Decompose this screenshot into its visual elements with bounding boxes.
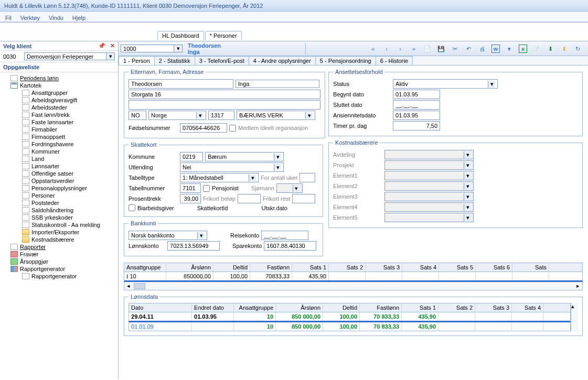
tree-item[interactable]: Firmaoppsett [3, 133, 115, 140]
kommune-code-input[interactable] [180, 152, 203, 161]
print-icon[interactable]: 🖨 [478, 45, 486, 53]
begynt-input[interactable] [393, 90, 440, 99]
status-value[interactable]: Aktiv [395, 81, 408, 87]
pensjonist-checkbox[interactable] [203, 185, 210, 192]
tree-rapportgenerator-item[interactable]: Rapportgenerator [3, 273, 115, 280]
tree-item[interactable]: Firmabiler [3, 126, 115, 133]
lastname-input[interactable] [129, 79, 233, 89]
subtab[interactable]: 3 - Telefon/E-post [195, 56, 249, 65]
pin-icon[interactable]: 📌 [98, 42, 105, 49]
tree-item[interactable]: Arbeidssteder [3, 104, 115, 111]
tree-item[interactable]: Personer [3, 192, 115, 199]
address-input[interactable] [129, 90, 320, 99]
kost-select[interactable]: ▾ [384, 171, 474, 180]
close-icon[interactable]: ✕ [110, 42, 115, 49]
sluttet-input[interactable] [393, 100, 440, 110]
tree-item[interactable]: Fast lønn/trekk [3, 111, 115, 118]
subtab[interactable]: 4 - Andre opplysninger [249, 56, 316, 65]
klient-code-input[interactable] [3, 52, 22, 60]
dropdown-icon[interactable]: ▾ [196, 112, 204, 119]
cut-icon[interactable]: ✂ [451, 45, 459, 53]
utlending-value[interactable]: Nei [183, 164, 191, 170]
kost-select[interactable]: ▾ [384, 150, 474, 159]
undo-icon[interactable]: ↶ [464, 45, 473, 53]
tree-item[interactable]: Arbeidsgiveravgift [3, 96, 115, 104]
menu-file[interactable]: Fil [5, 15, 12, 21]
poststed[interactable]: BÆRUMS VERK [239, 112, 283, 118]
vscrollbar[interactable]: ▴ [571, 303, 578, 331]
tree-item[interactable]: Faste lønnsarter [3, 118, 115, 126]
firstname-input[interactable] [236, 80, 319, 88]
prosenttrekk-input[interactable] [180, 194, 201, 203]
tree-item[interactable]: Offentlige satser [3, 170, 115, 177]
tree-item[interactable]: Oppstartsverdier [3, 177, 115, 184]
bank-type[interactable]: Norsk bankkonto [131, 232, 175, 238]
last-icon[interactable]: » [410, 45, 418, 53]
subtab[interactable]: 2 - Statistikk [154, 56, 195, 65]
country-code-input[interactable] [129, 111, 146, 120]
tree-item[interactable]: Lønnsarter [3, 162, 115, 170]
prev-icon[interactable]: ‹ [382, 45, 391, 53]
tree-item[interactable]: Personalopplysninger [3, 184, 115, 192]
tree-item[interactable]: Fordringshavere [3, 140, 115, 148]
dropdown-icon[interactable]: ▾ [274, 154, 281, 160]
tab-dashboard[interactable]: HL Dashboard [157, 31, 204, 40]
biarbeidsgiver-checkbox[interactable] [129, 204, 135, 211]
subtab[interactable]: 1 - Person [119, 56, 155, 65]
next-icon[interactable]: › [396, 45, 404, 53]
tabellnummer-input[interactable] [180, 183, 201, 193]
refresh-icon[interactable]: ↻ [573, 45, 582, 53]
first-icon[interactable]: « [369, 45, 377, 53]
sparekonto-input[interactable] [264, 241, 316, 251]
dropdown-icon[interactable]: ▾ [197, 232, 205, 239]
help-icon[interactable]: ❔ [532, 45, 541, 53]
hscrollbar[interactable]: ◂▸ [124, 282, 583, 290]
menu-window[interactable]: Vindu [49, 15, 63, 21]
subtab[interactable]: 6 - Historie [376, 56, 413, 65]
down-icon[interactable]: ▾ [505, 45, 514, 53]
subtab[interactable]: 5 - Pensjonsordning [315, 56, 376, 65]
tree-item[interactable]: Saldohåndtering [3, 207, 115, 214]
tab-personer[interactable]: * Personer [205, 31, 242, 40]
timer-input[interactable] [393, 121, 440, 131]
kommune-name[interactable]: Bærum [208, 154, 227, 160]
tree-periodens-lonn[interactable]: Periodens lønn [3, 74, 115, 82]
dropdown-icon[interactable]: ▾ [174, 45, 182, 52]
export-icon[interactable]: ⬇ [546, 45, 554, 53]
tree-item[interactable]: Ansattgrupper [3, 89, 115, 96]
new-icon[interactable]: 📄 [423, 45, 432, 53]
tree-item[interactable]: Kostnadsbærere [3, 236, 115, 243]
tree-kartotek[interactable]: Kartotek [3, 82, 115, 89]
tree-item[interactable]: Land [3, 155, 115, 162]
klient-name-input[interactable] [25, 53, 106, 60]
excel-icon[interactable]: X [519, 45, 527, 53]
tree-rapportgenerator[interactable]: Rapportgenerator [3, 265, 115, 273]
dropdown-icon[interactable]: ▾ [305, 112, 313, 119]
fodselsnr-input[interactable] [180, 123, 227, 133]
save-icon[interactable]: 💾 [437, 45, 445, 53]
address2-input[interactable] [129, 100, 320, 110]
kost-select[interactable]: ▾ [384, 181, 474, 191]
tree-item[interactable]: Importer/Eksporter [3, 229, 115, 236]
record-id-selector[interactable]: ▾ [121, 45, 183, 52]
country-name[interactable]: Norge [151, 112, 167, 118]
tree-rapporter[interactable]: Rapporter [3, 243, 115, 251]
dropdown-icon[interactable]: ▾ [249, 175, 256, 181]
tree-fravaer[interactable]: Fravær [3, 251, 115, 258]
dropdown-icon[interactable]: ▾ [488, 81, 495, 88]
kost-select[interactable]: ▾ [384, 160, 474, 170]
dropdown-icon[interactable]: ▾ [274, 164, 281, 171]
tree-item[interactable]: Kommuner [3, 148, 115, 155]
kost-select[interactable]: ▾ [384, 192, 474, 201]
dropdown-icon[interactable]: ▾ [106, 53, 114, 60]
tree-item[interactable]: Statuskontroll - Aa melding [3, 221, 115, 229]
import-icon[interactable]: ⬇ [560, 45, 568, 53]
tabelltype-value[interactable]: 1: Månedstabell [183, 175, 223, 181]
tree-arsoppgjor[interactable]: Årsoppgjør [3, 258, 115, 265]
record-id-input[interactable] [121, 45, 174, 52]
postcode-input[interactable] [208, 111, 234, 120]
lonnskonto-input[interactable] [167, 241, 220, 251]
tree-item[interactable]: SSB yrkeskoder [3, 214, 115, 221]
reisekonto-input[interactable] [261, 231, 308, 240]
kost-select[interactable]: ▾ [384, 213, 474, 222]
